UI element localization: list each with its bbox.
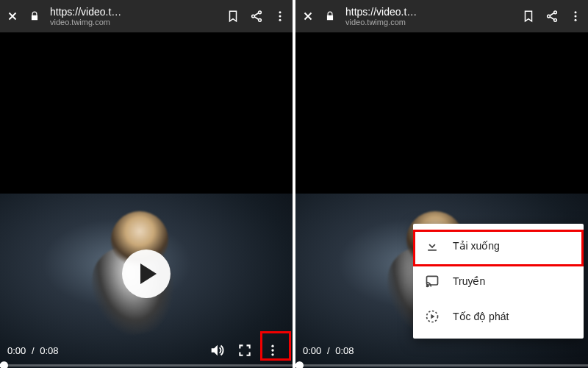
left-screenshot: https://video.t… video.twimg.com 0:00 / … xyxy=(0,0,293,368)
svg-point-5 xyxy=(279,19,282,21)
menu-item-speed[interactable]: Tốc độ phát xyxy=(413,299,584,334)
video-area[interactable]: 0:00 / 0:08 Tải xuống Truyền Tốc độ phát xyxy=(295,32,588,368)
svg-point-12 xyxy=(575,11,577,13)
volume-icon[interactable] xyxy=(204,338,229,363)
url-text: https://video.t… xyxy=(50,6,216,18)
address-bar: https://video.t… video.twimg.com xyxy=(295,0,588,32)
fullscreen-icon[interactable] xyxy=(232,338,257,363)
bookmark-icon[interactable] xyxy=(522,10,535,23)
svg-point-4 xyxy=(279,15,282,18)
highlight-more-button xyxy=(260,331,291,361)
more-vert-icon[interactable] xyxy=(273,10,287,23)
svg-point-13 xyxy=(575,15,577,18)
time-total: 0:08 xyxy=(40,345,58,356)
url-block[interactable]: https://video.t… video.twimg.com xyxy=(345,6,512,26)
close-icon[interactable] xyxy=(6,10,19,23)
video-area[interactable]: 0:00 / 0:08 xyxy=(0,32,293,368)
url-host: video.twimg.com xyxy=(50,18,216,26)
right-screenshot: https://video.t… video.twimg.com 0:00 / … xyxy=(295,0,588,368)
speed-icon xyxy=(425,309,440,324)
svg-point-16 xyxy=(427,286,429,287)
progress-thumb[interactable] xyxy=(0,361,8,368)
svg-point-14 xyxy=(575,19,577,21)
play-icon xyxy=(140,263,157,284)
share-icon[interactable] xyxy=(250,10,263,23)
player-controls: 0:00 / 0:08 xyxy=(0,333,293,368)
url-block[interactable]: https://video.t… video.twimg.com xyxy=(50,6,216,26)
svg-rect-15 xyxy=(427,276,438,285)
progress-thumb[interactable] xyxy=(295,361,304,368)
time-total: 0:08 xyxy=(335,345,354,356)
menu-item-label: Tốc độ phát xyxy=(453,311,509,322)
lock-icon xyxy=(325,11,335,21)
time-sep: / xyxy=(324,345,332,356)
time-current: 0:00 xyxy=(7,345,26,356)
more-vert-icon[interactable] xyxy=(569,10,582,23)
svg-point-3 xyxy=(279,11,282,13)
bookmark-icon[interactable] xyxy=(226,10,240,23)
menu-item-label: Truyền xyxy=(453,275,485,287)
close-icon[interactable] xyxy=(301,10,315,23)
menu-item-cast[interactable]: Truyền xyxy=(413,263,584,299)
time-current: 0:00 xyxy=(303,345,321,356)
lock-icon xyxy=(29,11,40,21)
highlight-download-item xyxy=(413,230,584,266)
address-bar: https://video.t… video.twimg.com xyxy=(0,0,293,32)
url-host: video.twimg.com xyxy=(345,18,512,26)
play-button[interactable] xyxy=(122,250,171,298)
time-sep: / xyxy=(29,345,37,356)
cast-icon xyxy=(425,274,440,289)
progress-bar[interactable] xyxy=(0,364,293,367)
share-icon[interactable] xyxy=(545,10,559,23)
progress-bar[interactable] xyxy=(295,364,588,367)
url-text: https://video.t… xyxy=(345,6,512,18)
